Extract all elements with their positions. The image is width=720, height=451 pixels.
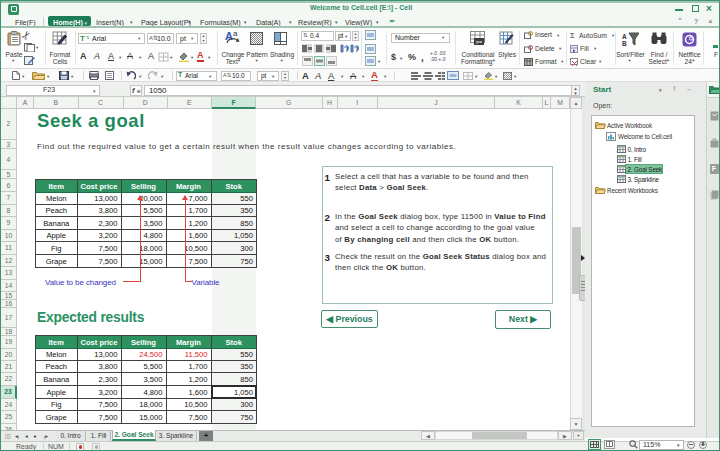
svg-text:A: A — [622, 33, 627, 40]
svg-text:B: B — [622, 40, 627, 47]
svg-text:>=: >= — [476, 39, 482, 45]
